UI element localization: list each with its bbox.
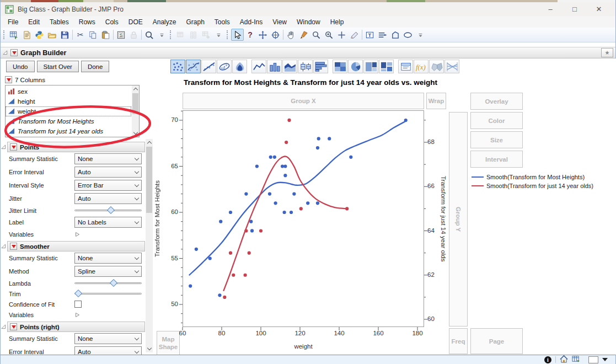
scroll-up-icon[interactable] [146, 139, 153, 146]
interval-drop-zone[interactable]: Interval [470, 151, 523, 168]
plot-area[interactable] [178, 110, 428, 331]
polygon-annotation-icon[interactable] [389, 29, 401, 41]
done-button[interactable]: Done [81, 61, 110, 72]
expand-triangle-icon[interactable] [74, 232, 80, 237]
overflow-chevron-icon[interactable] [156, 29, 168, 41]
formula-element-icon[interactable]: f(x) [414, 60, 428, 73]
help-tool-icon[interactable]: ? [244, 29, 256, 41]
line-of-fit-element-icon[interactable] [201, 60, 216, 73]
paste-icon[interactable] [99, 29, 112, 41]
scroll-down-icon[interactable] [146, 345, 153, 352]
mosaic-element-icon[interactable] [379, 60, 394, 73]
map-shapes-element-icon[interactable] [429, 60, 444, 73]
menu-rows[interactable]: Rows [74, 17, 100, 27]
treemap-element-icon[interactable] [363, 60, 378, 73]
grabber-tool-icon[interactable] [256, 29, 269, 41]
overflow-chevron-icon[interactable] [414, 29, 427, 41]
selection-tool-icon[interactable] [269, 29, 282, 41]
open-icon[interactable] [46, 29, 58, 41]
toolbar-grip-handle[interactable] [227, 30, 229, 39]
pencil-tool-icon[interactable] [348, 29, 361, 41]
column-item-transform-for-most-heights[interactable]: Transform for Most Heights [6, 116, 131, 126]
menu-graph[interactable]: Graph [181, 17, 209, 27]
line-element-icon[interactable] [251, 60, 266, 73]
overflow-chevron-icon[interactable] [212, 29, 225, 41]
freq-drop-zone[interactable]: Freq [449, 328, 468, 354]
red-triangle-menu-icon[interactable] [10, 143, 17, 151]
search-icon[interactable] [143, 29, 156, 41]
area-element-icon[interactable] [282, 60, 297, 73]
collapse-triangle-icon[interactable] [1, 324, 6, 329]
label-dropdown[interactable]: No Labels [74, 217, 142, 228]
menu-window[interactable]: Window [292, 17, 325, 27]
size-drop-zone[interactable]: Size [470, 131, 523, 148]
home-window-icon[interactable] [560, 355, 568, 364]
group-y-drop-zone[interactable]: Group Y [449, 112, 468, 326]
dropdown-arrow-icon[interactable] [602, 358, 608, 364]
menu-doe[interactable]: DOE [124, 17, 148, 27]
heatmap-element-icon[interactable] [333, 60, 347, 73]
box-plot-element-icon[interactable] [298, 60, 313, 73]
parallel-plot-element-icon[interactable] [444, 60, 459, 73]
columns-list-scrollbar[interactable] [132, 85, 139, 137]
crosshair-tool-icon[interactable] [335, 29, 348, 41]
close-button[interactable]: ✕ [587, 2, 611, 16]
collapse-triangle-icon[interactable] [1, 144, 6, 149]
text-annotation-icon[interactable]: T [363, 29, 376, 41]
red-triangle-menu-icon[interactable] [10, 323, 17, 330]
undo-button[interactable]: Undo [6, 61, 35, 72]
arrow-tool-icon[interactable] [231, 29, 244, 41]
method-dropdown[interactable]: Spline [74, 266, 142, 277]
error-interval-dropdown[interactable]: Auto [74, 167, 142, 178]
summary-statistic-dropdown[interactable]: None [74, 333, 142, 344]
bar-element-icon[interactable] [267, 60, 282, 73]
oval-annotation-icon[interactable] [401, 29, 414, 41]
scroll-down-icon[interactable] [132, 130, 139, 137]
menu-tables[interactable]: Tables [45, 17, 74, 27]
data-table-window-icon[interactable] [572, 355, 580, 364]
info-icon[interactable]: i [544, 356, 551, 363]
graph-builder-header[interactable]: Graph Builder ★ [1, 47, 615, 58]
smoother-element-icon[interactable] [186, 60, 201, 73]
journal-icon[interactable] [20, 29, 33, 41]
slider-thumb[interactable] [110, 279, 117, 287]
zoom-in-tool-icon[interactable] [323, 29, 335, 41]
color-drop-zone[interactable]: Color [470, 112, 523, 129]
group-x-drop-zone[interactable]: Group X [183, 93, 424, 109]
menu-addins[interactable]: Add-Ins [235, 17, 267, 27]
window-list-button[interactable] [588, 356, 598, 363]
column-item-sex[interactable]: sex [6, 87, 131, 97]
copy-icon[interactable] [87, 29, 99, 41]
menu-tools[interactable]: Tools [210, 17, 235, 27]
section-header-smoother[interactable]: Smoother [7, 241, 145, 251]
script-window-icon[interactable]: S [115, 29, 127, 41]
trim-slider[interactable] [74, 290, 142, 298]
magnifier-tool-icon[interactable] [310, 29, 323, 41]
column-item-transform-for-just-14-year-olds[interactable]: Transform for just 14 year olds [6, 126, 131, 136]
caption-box-element-icon[interactable] [398, 60, 413, 73]
menu-file[interactable]: File [3, 17, 23, 27]
brush-tool-icon[interactable] [297, 29, 310, 41]
python-icon[interactable] [33, 29, 46, 41]
ellipse-element-icon[interactable] [217, 60, 232, 73]
start-over-button[interactable]: Start Over [37, 61, 79, 72]
menu-help[interactable]: Help [325, 17, 349, 27]
menu-view[interactable]: View [267, 17, 292, 27]
pie-element-icon[interactable] [348, 60, 363, 73]
panel-scrollbar[interactable] [146, 139, 153, 352]
new-data-table-icon[interactable] [8, 29, 20, 41]
jitter-dropdown[interactable]: Auto [74, 193, 142, 204]
arrow-annotation-icon[interactable] [376, 29, 389, 41]
cut-icon[interactable]: ✂ [74, 29, 87, 41]
save-icon[interactable] [58, 29, 71, 41]
jitter-limit-slider[interactable] [74, 206, 142, 215]
expand-triangle-icon[interactable] [74, 312, 80, 318]
points-element-icon[interactable] [170, 60, 185, 73]
overlay-drop-zone[interactable]: Overlay [470, 93, 523, 110]
maximize-button[interactable]: □ [563, 2, 587, 16]
slider-thumb[interactable] [74, 290, 82, 297]
confidence-of-fit-checkbox[interactable] [74, 301, 82, 308]
section-header-points[interactable]: Points [7, 142, 145, 152]
interval-style-dropdown[interactable]: Error Bar [74, 180, 142, 191]
toolbar-grip-handle[interactable] [3, 30, 6, 39]
